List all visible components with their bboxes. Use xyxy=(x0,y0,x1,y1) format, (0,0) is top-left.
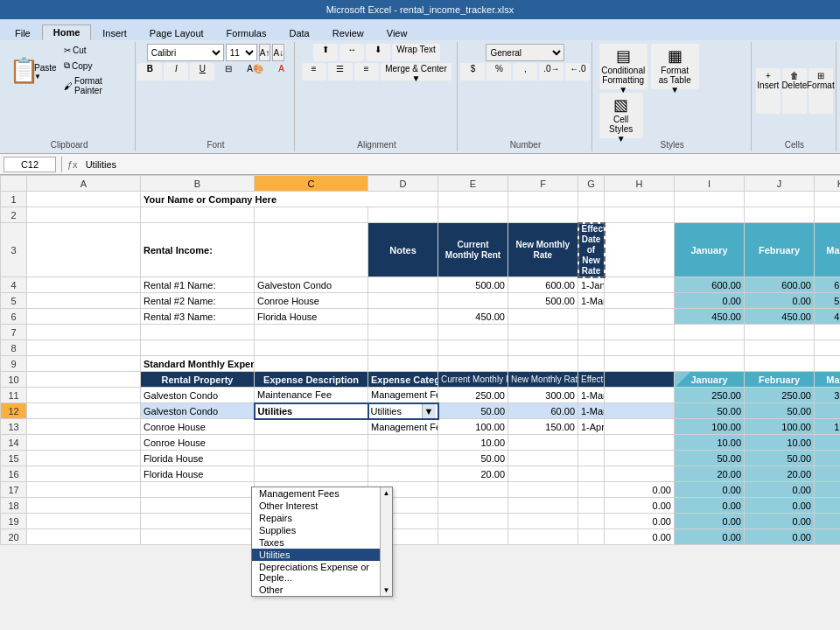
cell-A1[interactable] xyxy=(27,192,141,207)
cell-E13[interactable]: 100.00 xyxy=(438,419,508,435)
cell-A10[interactable] xyxy=(27,372,141,388)
cell-B15[interactable]: Florida House xyxy=(141,451,255,466)
cell-B5[interactable]: Rental #2 Name: xyxy=(141,293,255,309)
cell-A4[interactable] xyxy=(27,277,141,293)
col-header-C[interactable]: C xyxy=(255,176,368,192)
cell-K15[interactable]: 50.00 xyxy=(815,451,841,466)
cell-A6[interactable] xyxy=(27,309,141,325)
cell-I2[interactable] xyxy=(675,207,745,223)
format-as-table-button[interactable]: ▦ Formatas Table ▼ xyxy=(651,44,699,89)
conditional-formatting-button[interactable]: ▤ ConditionalFormatting ▼ xyxy=(599,44,648,89)
tab-pagelayout[interactable]: Page Layout xyxy=(138,25,215,40)
align-left-button[interactable]: ≡ xyxy=(302,63,326,80)
dropdown-arrow-icon[interactable]: ▼ xyxy=(422,404,436,418)
cell-D16[interactable] xyxy=(368,466,438,482)
cell-C14[interactable] xyxy=(255,435,368,451)
cell-D10[interactable]: Expense Category xyxy=(368,372,438,388)
cell-F16[interactable] xyxy=(508,466,578,482)
cell-K2[interactable] xyxy=(815,207,841,223)
cell-J3[interactable]: February xyxy=(745,223,815,277)
cell-styles-button[interactable]: ▧ Cell Styles▼ xyxy=(599,93,643,138)
cell-H10[interactable] xyxy=(605,372,675,388)
align-bottom-button[interactable]: ⬇ xyxy=(366,44,390,61)
cut-button[interactable]: ✂ Cut xyxy=(61,44,130,57)
cell-C10[interactable]: Expense Description xyxy=(255,372,368,388)
cell-E14[interactable]: 10.00 xyxy=(438,435,508,451)
cell-B10[interactable]: Rental Property xyxy=(141,372,255,388)
cell-F15[interactable] xyxy=(508,451,578,466)
cell-D11[interactable]: Management Fees xyxy=(368,388,438,403)
cell-F13[interactable]: 150.00 xyxy=(508,419,578,435)
cell-K4[interactable]: 600.00 xyxy=(815,277,841,293)
cell-F11[interactable]: 300.00 xyxy=(508,388,578,403)
cell-E4[interactable]: 500.00 xyxy=(438,277,508,293)
cell-C5[interactable]: Conroe House xyxy=(255,293,368,309)
cell-H13[interactable] xyxy=(605,419,675,435)
cell-F4[interactable]: 600.00 xyxy=(508,277,578,293)
cell-B1[interactable]: Your Name or Company Here xyxy=(141,192,438,207)
cell-A13[interactable] xyxy=(27,419,141,435)
cell-H2[interactable] xyxy=(605,207,675,223)
cell-A15[interactable] xyxy=(27,451,141,466)
cell-B2[interactable] xyxy=(141,207,255,223)
cell-A9[interactable] xyxy=(27,356,141,372)
col-header-J[interactable]: J xyxy=(745,176,815,192)
cell-J16[interactable]: 20.00 xyxy=(745,466,815,482)
cell-B11[interactable]: Galveston Condo xyxy=(141,388,255,403)
cell-J2[interactable] xyxy=(745,207,815,223)
cell-I1[interactable] xyxy=(675,192,745,207)
dropdown-item-depreciation[interactable]: Depreciations Expense or Deple... xyxy=(252,561,380,584)
cell-E12[interactable]: 50.00 xyxy=(438,403,508,419)
cell-I11[interactable]: 250.00 xyxy=(675,388,745,403)
cell-G4[interactable]: 1-Jan xyxy=(578,277,605,293)
cell-A5[interactable] xyxy=(27,293,141,309)
cell-H3[interactable] xyxy=(605,223,675,277)
cell-F6[interactable] xyxy=(508,309,578,325)
cell-J13[interactable]: 100.00 xyxy=(745,419,815,435)
align-top-button[interactable]: ⬆ xyxy=(313,44,338,61)
cell-G2[interactable] xyxy=(578,207,605,223)
decrease-decimal-button[interactable]: ←.0 xyxy=(565,63,590,80)
col-header-K[interactable]: K xyxy=(815,176,841,192)
formula-input[interactable] xyxy=(81,157,836,172)
cell-J5[interactable]: 0.00 xyxy=(745,293,815,309)
col-header-D[interactable]: D xyxy=(368,176,438,192)
tab-data[interactable]: Data xyxy=(277,25,320,40)
cell-F14[interactable] xyxy=(508,435,578,451)
cell-C3[interactable] xyxy=(255,223,368,277)
decrease-font-button[interactable]: A↓ xyxy=(272,44,284,61)
font-name-select[interactable]: Calibri xyxy=(147,44,224,61)
cell-G13[interactable]: 1-Apr xyxy=(578,419,605,435)
cell-K1[interactable] xyxy=(815,192,841,207)
cell-H5[interactable] xyxy=(605,293,675,309)
cell-H12[interactable] xyxy=(605,403,675,419)
cell-I5[interactable]: 0.00 xyxy=(675,293,745,309)
paste-button[interactable]: 📋 Paste ▼ xyxy=(9,56,58,86)
cell-E3[interactable]: Current Monthly Rent xyxy=(438,223,508,277)
tab-formulas[interactable]: Formulas xyxy=(215,25,278,40)
dropdown-item-repairs[interactable]: Repairs xyxy=(252,512,380,524)
cell-J12[interactable]: 50.00 xyxy=(745,403,815,419)
format-painter-button[interactable]: 🖌 Format Painter xyxy=(61,74,130,97)
cell-D3[interactable]: Notes xyxy=(368,223,438,277)
cell-B4[interactable]: Rental #1 Name: xyxy=(141,277,255,293)
tab-insert[interactable]: Insert xyxy=(91,25,138,40)
cell-H15[interactable] xyxy=(605,451,675,466)
cell-D5[interactable] xyxy=(368,293,438,309)
fill-color-button[interactable]: A🎨 xyxy=(242,63,267,80)
cell-B3[interactable]: Rental Income: xyxy=(141,223,255,277)
cell-I12[interactable]: 50.00 xyxy=(675,403,745,419)
cell-E11[interactable]: 250.00 xyxy=(438,388,508,403)
cell-J14[interactable]: 10.00 xyxy=(745,435,815,451)
cell-D6[interactable] xyxy=(368,309,438,325)
col-header-B[interactable]: B xyxy=(141,176,255,192)
tab-view[interactable]: View xyxy=(375,25,419,40)
cell-A8[interactable] xyxy=(27,340,141,356)
underline-button[interactable]: U xyxy=(190,63,214,80)
cell-E6[interactable]: 450.00 xyxy=(438,309,508,325)
cell-G3[interactable]: Effective Date of New Rate xyxy=(578,223,605,277)
cell-E5[interactable] xyxy=(438,293,508,309)
cell-B12[interactable]: Galveston Condo xyxy=(141,403,255,419)
copy-button[interactable]: ⧉ Copy xyxy=(61,59,130,73)
cell-J11[interactable]: 250.00 xyxy=(745,388,815,403)
